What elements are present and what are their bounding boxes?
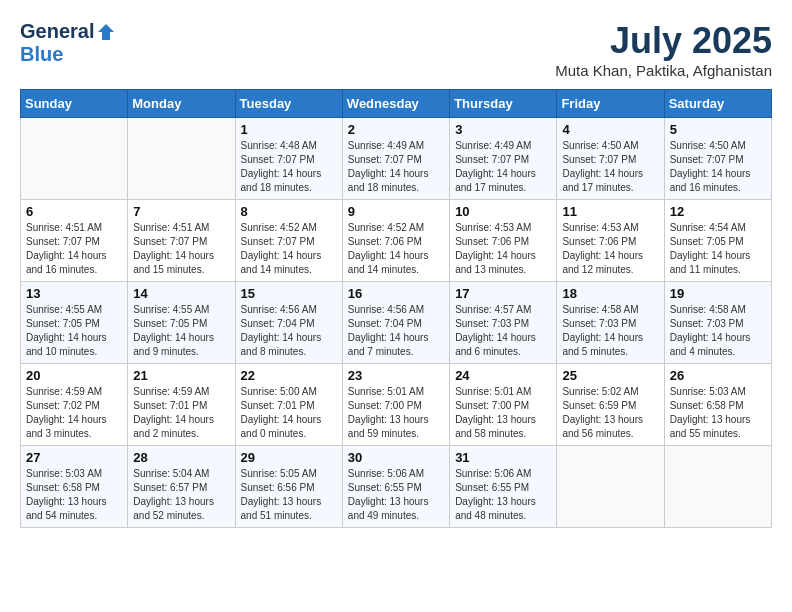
calendar-table: SundayMondayTuesdayWednesdayThursdayFrid… [20, 89, 772, 528]
calendar-cell [21, 118, 128, 200]
page-header: General Blue July 2025 Muta Khan, Paktik… [20, 20, 772, 79]
day-number: 9 [348, 204, 444, 219]
day-number: 18 [562, 286, 658, 301]
title-section: July 2025 Muta Khan, Paktika, Afghanista… [555, 20, 772, 79]
day-number: 26 [670, 368, 766, 383]
calendar-cell [128, 118, 235, 200]
day-info: Sunrise: 5:02 AMSunset: 6:59 PMDaylight:… [562, 386, 643, 439]
calendar-cell: 14 Sunrise: 4:55 AMSunset: 7:05 PMDaylig… [128, 282, 235, 364]
day-number: 5 [670, 122, 766, 137]
day-number: 2 [348, 122, 444, 137]
calendar-week-1: 1 Sunrise: 4:48 AMSunset: 7:07 PMDayligh… [21, 118, 772, 200]
day-number: 13 [26, 286, 122, 301]
logo-blue-text: Blue [20, 43, 63, 66]
day-number: 30 [348, 450, 444, 465]
day-info: Sunrise: 5:01 AMSunset: 7:00 PMDaylight:… [348, 386, 429, 439]
day-info: Sunrise: 5:03 AMSunset: 6:58 PMDaylight:… [670, 386, 751, 439]
day-number: 21 [133, 368, 229, 383]
day-info: Sunrise: 5:01 AMSunset: 7:00 PMDaylight:… [455, 386, 536, 439]
logo-general-text: General [20, 20, 94, 43]
calendar-cell: 30 Sunrise: 5:06 AMSunset: 6:55 PMDaylig… [342, 446, 449, 528]
calendar-cell: 22 Sunrise: 5:00 AMSunset: 7:01 PMDaylig… [235, 364, 342, 446]
weekday-header-monday: Monday [128, 90, 235, 118]
day-number: 19 [670, 286, 766, 301]
day-number: 29 [241, 450, 337, 465]
day-info: Sunrise: 5:03 AMSunset: 6:58 PMDaylight:… [26, 468, 107, 521]
day-info: Sunrise: 4:56 AMSunset: 7:04 PMDaylight:… [241, 304, 322, 357]
day-info: Sunrise: 5:06 AMSunset: 6:55 PMDaylight:… [348, 468, 429, 521]
calendar-cell: 9 Sunrise: 4:52 AMSunset: 7:06 PMDayligh… [342, 200, 449, 282]
calendar-cell: 2 Sunrise: 4:49 AMSunset: 7:07 PMDayligh… [342, 118, 449, 200]
calendar-cell: 19 Sunrise: 4:58 AMSunset: 7:03 PMDaylig… [664, 282, 771, 364]
day-number: 14 [133, 286, 229, 301]
calendar-cell: 5 Sunrise: 4:50 AMSunset: 7:07 PMDayligh… [664, 118, 771, 200]
calendar-header: SundayMondayTuesdayWednesdayThursdayFrid… [21, 90, 772, 118]
day-number: 3 [455, 122, 551, 137]
day-info: Sunrise: 4:49 AMSunset: 7:07 PMDaylight:… [348, 140, 429, 193]
day-number: 31 [455, 450, 551, 465]
day-info: Sunrise: 4:53 AMSunset: 7:06 PMDaylight:… [562, 222, 643, 275]
weekday-header-sunday: Sunday [21, 90, 128, 118]
day-info: Sunrise: 4:53 AMSunset: 7:06 PMDaylight:… [455, 222, 536, 275]
calendar-cell: 18 Sunrise: 4:58 AMSunset: 7:03 PMDaylig… [557, 282, 664, 364]
calendar-cell: 25 Sunrise: 5:02 AMSunset: 6:59 PMDaylig… [557, 364, 664, 446]
calendar-cell: 11 Sunrise: 4:53 AMSunset: 7:06 PMDaylig… [557, 200, 664, 282]
day-number: 4 [562, 122, 658, 137]
day-info: Sunrise: 4:48 AMSunset: 7:07 PMDaylight:… [241, 140, 322, 193]
calendar-cell: 31 Sunrise: 5:06 AMSunset: 6:55 PMDaylig… [450, 446, 557, 528]
weekday-header-thursday: Thursday [450, 90, 557, 118]
calendar-cell: 3 Sunrise: 4:49 AMSunset: 7:07 PMDayligh… [450, 118, 557, 200]
calendar-cell: 16 Sunrise: 4:56 AMSunset: 7:04 PMDaylig… [342, 282, 449, 364]
calendar-week-5: 27 Sunrise: 5:03 AMSunset: 6:58 PMDaylig… [21, 446, 772, 528]
calendar-cell: 27 Sunrise: 5:03 AMSunset: 6:58 PMDaylig… [21, 446, 128, 528]
calendar-cell: 8 Sunrise: 4:52 AMSunset: 7:07 PMDayligh… [235, 200, 342, 282]
day-info: Sunrise: 5:04 AMSunset: 6:57 PMDaylight:… [133, 468, 214, 521]
day-number: 12 [670, 204, 766, 219]
day-number: 22 [241, 368, 337, 383]
logo: General Blue [20, 20, 116, 66]
day-number: 15 [241, 286, 337, 301]
calendar-cell: 4 Sunrise: 4:50 AMSunset: 7:07 PMDayligh… [557, 118, 664, 200]
day-info: Sunrise: 4:52 AMSunset: 7:06 PMDaylight:… [348, 222, 429, 275]
day-number: 7 [133, 204, 229, 219]
location: Muta Khan, Paktika, Afghanistan [555, 62, 772, 79]
weekday-header-wednesday: Wednesday [342, 90, 449, 118]
day-info: Sunrise: 4:55 AMSunset: 7:05 PMDaylight:… [26, 304, 107, 357]
day-info: Sunrise: 4:59 AMSunset: 7:01 PMDaylight:… [133, 386, 214, 439]
calendar-cell: 24 Sunrise: 5:01 AMSunset: 7:00 PMDaylig… [450, 364, 557, 446]
day-info: Sunrise: 4:57 AMSunset: 7:03 PMDaylight:… [455, 304, 536, 357]
month-year: July 2025 [555, 20, 772, 62]
day-number: 24 [455, 368, 551, 383]
day-info: Sunrise: 4:58 AMSunset: 7:03 PMDaylight:… [562, 304, 643, 357]
day-info: Sunrise: 4:50 AMSunset: 7:07 PMDaylight:… [562, 140, 643, 193]
day-info: Sunrise: 4:58 AMSunset: 7:03 PMDaylight:… [670, 304, 751, 357]
day-info: Sunrise: 4:56 AMSunset: 7:04 PMDaylight:… [348, 304, 429, 357]
day-number: 28 [133, 450, 229, 465]
calendar-cell: 17 Sunrise: 4:57 AMSunset: 7:03 PMDaylig… [450, 282, 557, 364]
calendar-week-4: 20 Sunrise: 4:59 AMSunset: 7:02 PMDaylig… [21, 364, 772, 446]
calendar-cell: 6 Sunrise: 4:51 AMSunset: 7:07 PMDayligh… [21, 200, 128, 282]
day-number: 16 [348, 286, 444, 301]
day-number: 10 [455, 204, 551, 219]
calendar-cell: 21 Sunrise: 4:59 AMSunset: 7:01 PMDaylig… [128, 364, 235, 446]
day-info: Sunrise: 4:59 AMSunset: 7:02 PMDaylight:… [26, 386, 107, 439]
day-info: Sunrise: 4:50 AMSunset: 7:07 PMDaylight:… [670, 140, 751, 193]
weekday-header-tuesday: Tuesday [235, 90, 342, 118]
weekday-header-friday: Friday [557, 90, 664, 118]
day-info: Sunrise: 4:51 AMSunset: 7:07 PMDaylight:… [133, 222, 214, 275]
calendar-cell: 26 Sunrise: 5:03 AMSunset: 6:58 PMDaylig… [664, 364, 771, 446]
day-number: 8 [241, 204, 337, 219]
calendar-cell: 15 Sunrise: 4:56 AMSunset: 7:04 PMDaylig… [235, 282, 342, 364]
calendar-cell: 20 Sunrise: 4:59 AMSunset: 7:02 PMDaylig… [21, 364, 128, 446]
calendar-cell: 23 Sunrise: 5:01 AMSunset: 7:00 PMDaylig… [342, 364, 449, 446]
day-info: Sunrise: 4:55 AMSunset: 7:05 PMDaylight:… [133, 304, 214, 357]
weekday-header-saturday: Saturday [664, 90, 771, 118]
day-info: Sunrise: 4:51 AMSunset: 7:07 PMDaylight:… [26, 222, 107, 275]
calendar-cell: 12 Sunrise: 4:54 AMSunset: 7:05 PMDaylig… [664, 200, 771, 282]
day-number: 1 [241, 122, 337, 137]
calendar-cell: 7 Sunrise: 4:51 AMSunset: 7:07 PMDayligh… [128, 200, 235, 282]
day-number: 23 [348, 368, 444, 383]
day-number: 27 [26, 450, 122, 465]
calendar-cell [664, 446, 771, 528]
svg-marker-0 [98, 24, 114, 40]
